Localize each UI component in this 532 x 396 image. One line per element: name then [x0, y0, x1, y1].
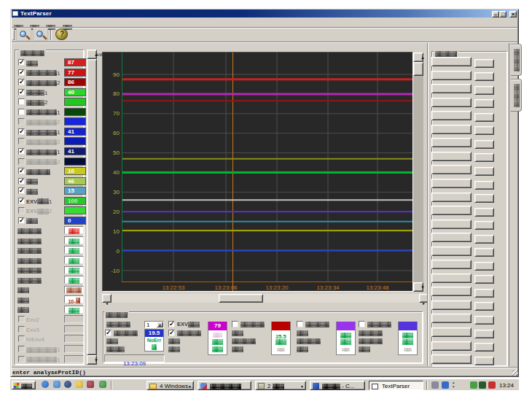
svg-text:40: 40 [113, 169, 120, 176]
svg-text:-10: -10 [111, 268, 120, 274]
svg-text:10: 10 [113, 228, 120, 235]
svg-text:13:23:48: 13:23:48 [366, 284, 389, 291]
svg-text:30: 30 [113, 189, 120, 195]
svg-text:70: 70 [113, 110, 120, 117]
svg-text:80: 80 [113, 90, 120, 97]
svg-text:20: 20 [113, 209, 120, 215]
svg-text:0: 0 [117, 248, 120, 255]
svg-text:90: 90 [113, 71, 120, 78]
svg-text:60: 60 [113, 130, 120, 136]
svg-text:13:22:53: 13:22:53 [162, 284, 185, 291]
svg-text:13:23:34: 13:23:34 [316, 284, 340, 291]
svg-text:50: 50 [113, 150, 120, 156]
svg-text:13:23:20: 13:23:20 [265, 284, 289, 291]
svg-text:13:23:06: 13:23:06 [214, 284, 238, 291]
